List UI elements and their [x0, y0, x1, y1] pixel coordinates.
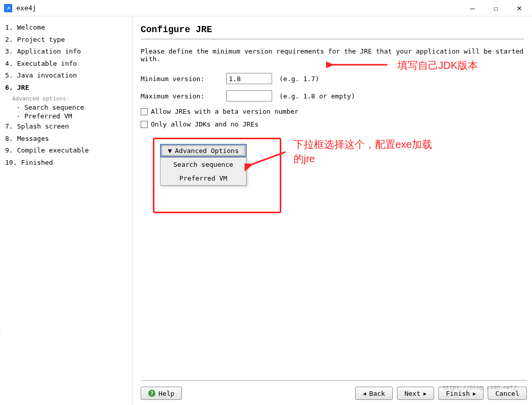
- arrow-right-icon: ▶: [423, 391, 427, 396]
- close-button[interactable]: ✕: [508, 1, 531, 16]
- advanced-options-button[interactable]: ▼ Advanced Options: [160, 144, 247, 157]
- annotation-text-2b: 的jre: [294, 152, 315, 166]
- step-messages[interactable]: 8. Messages: [5, 133, 127, 145]
- minimize-button[interactable]: —: [461, 1, 484, 16]
- help-button[interactable]: ? Help: [141, 387, 182, 400]
- annotation-text-2a: 下拉框选择这个，配置exe加载: [294, 138, 432, 151]
- arrow-left-icon: ◀: [363, 391, 366, 396]
- menu-item-preferred-vm[interactable]: Preferred VM: [161, 171, 246, 185]
- help-icon: ?: [148, 390, 155, 397]
- step-java-invocation[interactable]: 5. Java invocation: [5, 69, 127, 82]
- min-version-label: Minimum version:: [141, 75, 222, 83]
- sub-preferred-vm[interactable]: · Preferred VM: [16, 112, 127, 120]
- next-button[interactable]: Next ▶: [397, 387, 434, 400]
- page-title: Configure JRE: [141, 24, 524, 35]
- annotation-text-1: 填写自己JDK版本: [397, 59, 478, 72]
- step-project-type[interactable]: 2. Project type: [5, 34, 127, 46]
- window-title: exe4j: [16, 4, 461, 12]
- jdk-only-checkbox-label: Only allow JDKs and no JREs: [151, 120, 258, 128]
- chevron-down-icon: ▼: [168, 147, 172, 155]
- main-panel: Configure JRE Please define the minimum …: [132, 16, 532, 405]
- divider: [141, 39, 524, 39]
- step-app-info[interactable]: 3. Application info: [5, 45, 127, 58]
- max-version-input[interactable]: [226, 90, 272, 102]
- arrow-right-icon: ▶: [473, 391, 476, 396]
- menu-item-search-sequence[interactable]: Search sequence: [161, 158, 246, 171]
- next-button-label: Next: [405, 390, 420, 397]
- max-version-label: Maximum version:: [141, 92, 222, 100]
- maximize-button[interactable]: ☐: [484, 1, 508, 16]
- max-version-hint: (e.g. 1.8 or empty): [279, 92, 355, 100]
- titlebar: ↗ exe4j — ☐ ✕: [0, 0, 532, 16]
- back-button[interactable]: ◀ Back: [355, 387, 392, 400]
- step-finished[interactable]: 10. Finished: [5, 157, 127, 169]
- step-exec-info[interactable]: 4. Executable info: [5, 58, 127, 70]
- jdk-only-checkbox[interactable]: [141, 121, 148, 128]
- step-splash[interactable]: 7. Splash screen: [5, 120, 127, 133]
- step-jre[interactable]: 6. JRE: [5, 82, 127, 94]
- window-controls: — ☐ ✕: [461, 1, 531, 16]
- app-icon: ↗: [4, 4, 12, 12]
- help-button-label: Help: [158, 390, 174, 397]
- back-button-label: Back: [369, 390, 385, 397]
- step-welcome[interactable]: 1. Welcome: [5, 21, 127, 34]
- beta-checkbox-label: Allow JREs with a beta version number: [151, 108, 299, 115]
- min-version-hint: (e.g. 1.7): [279, 75, 319, 83]
- beta-checkbox[interactable]: [141, 108, 148, 115]
- min-version-input[interactable]: [226, 73, 272, 84]
- sidebar-watermark: exe4j: [0, 321, 1, 400]
- advanced-options-label: Advanced options:: [12, 95, 127, 102]
- step-compile[interactable]: 9. Compile executable: [5, 144, 127, 157]
- sub-search-sequence[interactable]: · Search sequence: [16, 103, 127, 112]
- advanced-options-dropdown: ▼ Advanced Options Search sequence Prefe…: [160, 144, 247, 186]
- watermark-footer: https://blog.csdn.net/...: [442, 384, 527, 391]
- wizard-sidebar: 1. Welcome 2. Project type 3. Applicatio…: [0, 16, 132, 405]
- advanced-options-list: Search sequence Preferred VM: [160, 157, 247, 186]
- advanced-options-button-label: Advanced Options: [175, 147, 238, 155]
